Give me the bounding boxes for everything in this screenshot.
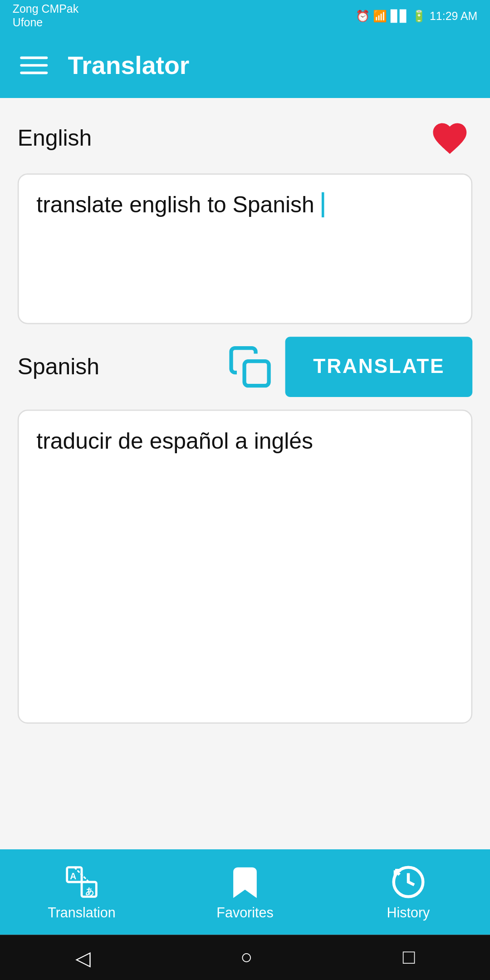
source-text-input[interactable]: translate english to Spanish [18,173,472,324]
text-cursor [314,192,324,217]
svg-rect-0 [245,361,269,386]
translate-button[interactable]: TRANSLATE [285,337,472,397]
source-input-wrapper: translate english to Spanish [18,173,472,324]
sim-name: Ufone [13,16,78,30]
carrier-name: Zong CMPak [13,3,78,16]
app-title: Translator [68,51,190,80]
menu-button[interactable] [20,57,48,74]
history-nav-icon [391,864,426,900]
back-button[interactable]: ◁ [75,946,90,970]
favorites-nav-icon [227,864,263,900]
home-button[interactable]: ○ [240,946,253,969]
app-bar: Translator [0,33,490,98]
nav-item-history[interactable]: History [327,849,490,935]
source-language-label: English [18,125,92,152]
translated-text: traducir de español a inglés [36,428,313,453]
status-icons: ⏰ 📶 ▊▊ 🔋 11:29 AM [356,10,478,23]
signal-icon: ▊▊ [391,10,408,23]
time-display: 11:29 AM [430,10,477,23]
battery-icon: 🔋 [412,10,426,23]
favorite-button[interactable] [427,116,473,161]
status-bar: Zong CMPak Ufone ⏰ 📶 ▊▊ 🔋 11:29 AM [0,0,490,33]
copy-button[interactable] [225,342,276,392]
target-lang-row: Spanish TRANSLATE [18,337,472,397]
target-text-output: traducir de español a inglés [18,410,472,724]
wifi-icon: 📶 [373,10,387,23]
carrier-info: Zong CMPak Ufone [13,3,78,30]
nav-item-translation[interactable]: A あ Translation [0,849,163,935]
recents-button[interactable]: □ [403,946,415,969]
source-lang-row: English [18,116,472,161]
svg-text:A: A [70,871,76,881]
nav-item-favorites[interactable]: Favorites [163,849,327,935]
translation-nav-icon: A あ [64,864,99,900]
source-input-text: translate english to Spanish [36,192,314,217]
favorites-nav-label: Favorites [216,905,273,920]
main-content: English translate english to Spanish Spa… [0,98,490,849]
system-navigation: ◁ ○ □ [0,935,490,980]
history-nav-label: History [387,905,430,920]
bottom-nav: A あ Translation Favorites Hi [0,849,490,935]
alarm-icon: ⏰ [356,10,369,23]
target-language-label: Spanish [18,354,99,380]
translation-nav-label: Translation [48,905,116,920]
svg-text:あ: あ [85,886,94,896]
